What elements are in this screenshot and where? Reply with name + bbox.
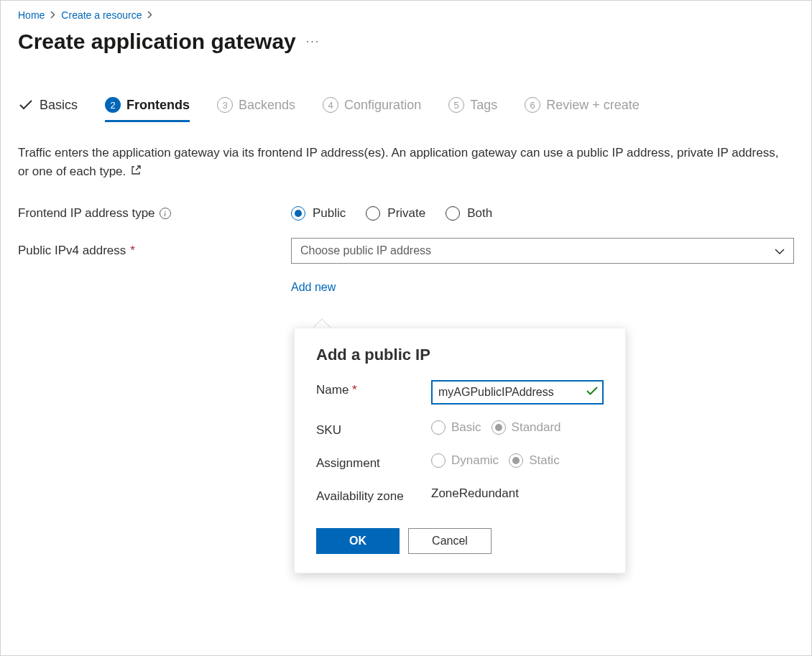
step-number: 3 (217, 97, 233, 113)
popover-name-label: Name * (316, 380, 431, 397)
radio-label: Public (313, 206, 346, 221)
popover-availability-zone-value: ZoneRedundant (431, 486, 604, 501)
tab-tags[interactable]: 5 Tags (448, 97, 497, 122)
radio-public[interactable]: Public (291, 206, 346, 221)
radio-icon (366, 206, 380, 221)
popover-sku-row: SKU Basic Standard (316, 420, 604, 438)
radio-label: Both (467, 206, 492, 221)
radio-icon (431, 453, 446, 468)
more-options-icon[interactable]: ··· (306, 35, 320, 48)
cancel-button[interactable]: Cancel (408, 528, 492, 554)
public-ip-dropdown[interactable]: Choose public IP address (291, 238, 794, 264)
frontend-ip-type-label: Frontend IP address type i (18, 206, 291, 221)
step-number: 4 (323, 97, 338, 113)
popover-assignment-row: Assignment Dynamic Static (316, 453, 604, 471)
tab-label: Configuration (344, 98, 421, 113)
tab-label: Frontends (126, 98, 190, 113)
radio-icon (509, 453, 523, 468)
popover-footer: OK Cancel (316, 528, 604, 554)
radio-sku-standard: Standard (492, 420, 561, 435)
radio-label: Dynamic (451, 453, 499, 468)
add-public-ip-popover: Add a public IP Name * SKU (294, 328, 626, 573)
public-ipv4-label: Public IPv4 address * (18, 244, 291, 258)
dropdown-placeholder: Choose public IP address (300, 244, 431, 257)
description-text: Traffic enters the application gateway v… (18, 144, 780, 182)
ok-button[interactable]: OK (316, 528, 400, 554)
breadcrumb-create-resource[interactable]: Create a resource (61, 9, 142, 21)
step-number: 6 (525, 97, 540, 113)
radio-label: Basic (451, 420, 481, 435)
tab-label: Review + create (546, 98, 640, 113)
tabs: Basics 2 Frontends 3 Backends 4 Configur… (18, 97, 794, 122)
page-title-row: Create application gateway ··· (18, 29, 794, 54)
tab-basics[interactable]: Basics (18, 97, 78, 122)
radio-label: Private (387, 206, 425, 221)
required-star-icon: * (130, 244, 135, 258)
popover-sku-label: SKU (316, 420, 431, 438)
tab-configuration[interactable]: 4 Configuration (323, 97, 421, 122)
required-star-icon: * (352, 383, 357, 397)
radio-label: Standard (512, 420, 561, 435)
public-ipv4-row: Public IPv4 address * Choose public IP a… (18, 238, 794, 264)
add-new-link[interactable]: Add new (291, 281, 336, 294)
frontend-ip-type-row: Frontend IP address type i Public Privat… (18, 206, 794, 221)
tab-frontends[interactable]: 2 Frontends (105, 97, 190, 122)
popover-availability-zone-row: Availability zone ZoneRedundant (316, 486, 604, 504)
tab-review-create[interactable]: 6 Review + create (525, 97, 640, 122)
step-number: 2 (105, 97, 121, 113)
radio-icon (431, 420, 446, 435)
name-input-wrap (431, 380, 604, 405)
radio-label: Static (529, 453, 560, 468)
external-link-icon[interactable] (131, 165, 141, 180)
popover-availability-zone-label: Availability zone (316, 486, 431, 504)
popover-assignment-label: Assignment (316, 453, 431, 471)
radio-icon (291, 206, 305, 221)
page-title: Create application gateway (18, 29, 296, 54)
radio-sku-basic: Basic (431, 420, 481, 435)
tab-backends[interactable]: 3 Backends (217, 97, 295, 122)
frontend-ip-type-radio-group: Public Private Both (291, 206, 492, 221)
chevron-right-icon (147, 11, 152, 20)
tab-label: Basics (40, 98, 78, 113)
step-number: 5 (448, 97, 464, 113)
radio-private[interactable]: Private (366, 206, 425, 221)
popover-title: Add a public IP (316, 346, 604, 364)
check-icon (18, 97, 34, 113)
radio-assignment-dynamic: Dynamic (431, 453, 499, 468)
info-icon[interactable]: i (160, 208, 171, 219)
breadcrumb-home[interactable]: Home (18, 9, 45, 21)
radio-icon (446, 206, 460, 221)
popover-name-row: Name * (316, 380, 604, 405)
tab-label: Backends (239, 98, 295, 113)
radio-assignment-static: Static (509, 453, 560, 468)
name-input[interactable] (438, 383, 582, 402)
valid-check-icon (586, 386, 598, 399)
breadcrumb: Home Create a resource (18, 9, 794, 21)
chevron-down-icon (775, 244, 785, 257)
radio-both[interactable]: Both (446, 206, 492, 221)
chevron-right-icon (50, 11, 55, 20)
radio-icon (492, 420, 506, 435)
add-public-ip-popover-container: Add a public IP Name * SKU (294, 328, 626, 573)
tab-label: Tags (470, 98, 497, 113)
